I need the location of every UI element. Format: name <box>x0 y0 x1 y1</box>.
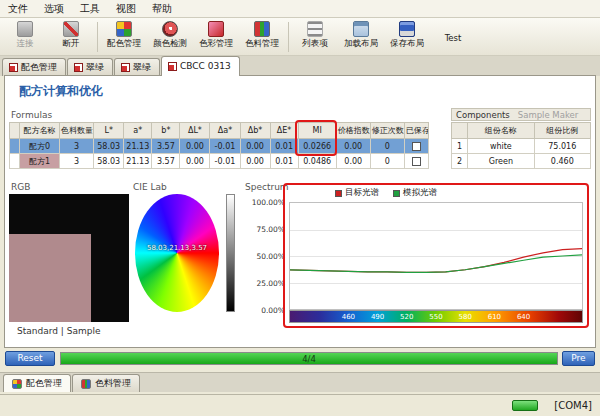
list-items-label: 列表项 <box>302 38 328 50</box>
legend-simulated: 模拟光谱 <box>393 187 437 199</box>
load-layout-icon <box>353 21 369 37</box>
load-layout-button[interactable]: 加载布局 <box>338 20 384 54</box>
tab-label: 配色管理 <box>21 61 57 74</box>
rgb-section-label: RGB <box>11 182 30 192</box>
cie-chromaticity-wheel <box>135 194 219 312</box>
menu-bar: 文件 选项 工具 视图 帮助 <box>0 0 600 18</box>
wavelength-tick: 610 <box>488 313 501 321</box>
bottom-tab-colorant-manage[interactable]: 色料管理 <box>72 374 140 392</box>
sample-maker-tab[interactable]: Sample Maker <box>518 110 578 120</box>
y-tick-50: 50.00% <box>243 252 285 261</box>
document-icon <box>74 63 83 72</box>
col-L: L* <box>94 123 124 139</box>
component-row-1[interactable]: 1 white 75.016 <box>452 139 591 154</box>
saved-checkbox[interactable] <box>412 142 421 151</box>
tab-label: 翠绿 <box>133 61 151 74</box>
connect-button[interactable]: 连接 <box>2 20 48 54</box>
simulated-legend-label: 模拟光谱 <box>403 187 437 199</box>
tab-label: 翠绿 <box>86 61 104 74</box>
wavelength-tick: 520 <box>400 313 413 321</box>
page-title: 配方计算和优化 <box>19 83 103 100</box>
reset-button[interactable]: Reset <box>5 351 55 366</box>
list-icon <box>307 21 323 37</box>
toolbar: 连接 断开 配色管理 颜色检测 色彩管理 色料管理 列表项 <box>0 18 600 56</box>
formula-row-1[interactable]: 配方0 3 58.03 21.13 3.57 0.00 -0.01 0.00 0… <box>10 139 429 154</box>
bottom-tab-color-match[interactable]: 配色管理 <box>3 374 71 392</box>
row-selector <box>10 154 20 169</box>
document-icon <box>9 63 18 72</box>
legend-target: 目标光谱 <box>335 187 379 199</box>
colorant-manage-button[interactable]: 色料管理 <box>239 20 285 54</box>
formulas-table: 配方名称 色料数量 L* a* b* ΔL* Δa* Δb* ΔE* MI 价格… <box>9 122 429 169</box>
document-icon <box>168 62 177 71</box>
menu-help[interactable]: 帮助 <box>144 0 180 18</box>
disconnect-label: 断开 <box>63 38 80 50</box>
palette-icon <box>12 379 22 389</box>
wavelength-axis-bar: 460490520550580610640 <box>289 310 583 323</box>
pre-button[interactable]: Pre <box>562 351 595 366</box>
col-db: Δb* <box>240 123 270 139</box>
connect-label: 连接 <box>17 38 34 50</box>
menu-tools[interactable]: 工具 <box>72 0 108 18</box>
target-legend-label: 目标光谱 <box>345 187 379 199</box>
tab-label: CBCC 0313 <box>180 61 231 71</box>
save-layout-button[interactable]: 保存布局 <box>384 20 430 54</box>
save-layout-label: 保存布局 <box>390 38 424 50</box>
bottom-tab-label: 配色管理 <box>26 377 62 390</box>
colorant-manage-icon <box>254 21 270 37</box>
tab-emerald-1[interactable]: 翠绿 <box>67 58 113 76</box>
com-port-label: [COM4] <box>554 400 592 411</box>
col-da: Δa* <box>210 123 240 139</box>
cell-formula-name: 配方1 <box>20 154 60 169</box>
col-component-name: 组份名称 <box>468 123 534 139</box>
standard-color-swatch <box>9 194 129 322</box>
test-label: Test <box>445 33 462 43</box>
menu-file[interactable]: 文件 <box>0 0 36 18</box>
spectrum-legend: 目标光谱 模拟光谱 <box>335 187 437 199</box>
save-layout-icon <box>399 21 415 37</box>
sample-color-swatch <box>9 234 91 322</box>
bottom-tab-label: 色料管理 <box>95 377 131 390</box>
menu-view[interactable]: 视图 <box>108 0 144 18</box>
spectrum-plot-area <box>289 202 583 310</box>
y-tick-0: 0.00% <box>243 306 285 315</box>
color-detect-button[interactable]: 颜色检测 <box>147 20 193 54</box>
col-b: b* <box>152 123 180 139</box>
tab-color-match[interactable]: 配色管理 <box>2 58 66 76</box>
menu-options[interactable]: 选项 <box>36 0 72 18</box>
rgb-caption: Standard | Sample <box>17 326 100 336</box>
tab-emerald-2[interactable]: 翠绿 <box>114 58 160 76</box>
component-row-2[interactable]: 2 Green 0.460 <box>452 154 591 169</box>
app-window: 文件 选项 工具 视图 帮助 连接 断开 配色管理 颜色检测 色彩管理 <box>0 0 600 416</box>
document-tab-strip: 配色管理 翠绿 翠绿 CBCC 0313 <box>0 56 600 76</box>
row-selector-header <box>10 123 20 139</box>
cell-formula-name: 配方0 <box>20 139 60 154</box>
wavelength-tick: 460 <box>342 313 355 321</box>
disconnect-button[interactable]: 断开 <box>48 20 94 54</box>
tab-cbcc-0313[interactable]: CBCC 0313 <box>161 56 240 76</box>
formula-row-2[interactable]: 配方1 3 58.03 21.13 3.57 0.00 -0.01 0.00 0… <box>10 154 429 169</box>
col-correction-count: 修正次数 <box>370 123 404 139</box>
color-manage-button[interactable]: 色彩管理 <box>193 20 239 54</box>
test-button[interactable]: Test <box>430 20 476 54</box>
toolbar-separator <box>288 22 289 52</box>
components-title[interactable]: Components <box>456 110 510 120</box>
saved-checkbox[interactable] <box>412 157 421 166</box>
color-detect-icon <box>162 21 178 37</box>
cielab-section-label: CIE Lab <box>133 182 167 192</box>
progress-text: 4/4 <box>61 354 557 364</box>
col-dL: ΔL* <box>180 123 210 139</box>
y-tick-25: 25.00% <box>243 279 285 288</box>
components-header: Components Sample Maker <box>451 108 591 121</box>
cell-mi-value: 0.0486 <box>298 154 336 169</box>
target-legend-swatch <box>335 190 342 197</box>
wavelength-tick: 550 <box>429 313 442 321</box>
col-saved: 已保存 <box>404 123 428 139</box>
connection-status-indicator <box>512 400 538 411</box>
connect-icon <box>17 21 33 37</box>
load-layout-label: 加载布局 <box>344 38 378 50</box>
wavelength-tick: 490 <box>371 313 384 321</box>
cie-lab-value: 58.03,21.13,3.57 <box>135 244 219 252</box>
list-items-button[interactable]: 列表项 <box>292 20 338 54</box>
color-match-button[interactable]: 配色管理 <box>101 20 147 54</box>
